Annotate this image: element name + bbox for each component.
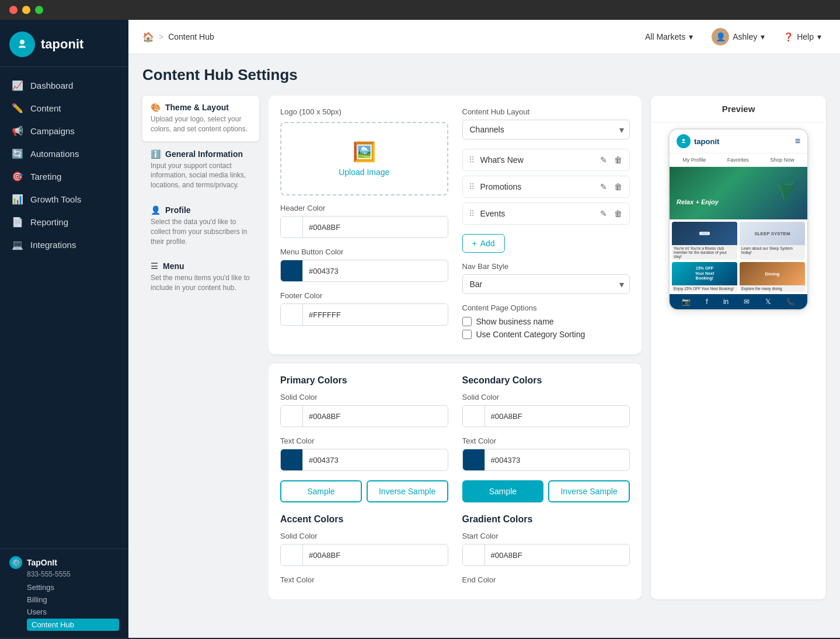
- help-button[interactable]: ❓ Help ▾: [779, 30, 826, 44]
- upload-dropzone[interactable]: 🖼️ Upload Image: [280, 122, 448, 195]
- section-theme-layout[interactable]: 🎨 Theme & Layout Upload your logo, selec…: [142, 96, 259, 141]
- secondary-solid-swatch[interactable]: [463, 406, 485, 427]
- market-selector[interactable]: All Markets ▾: [640, 30, 698, 44]
- secondary-inverse-sample-button[interactable]: Inverse Sample: [548, 480, 630, 502]
- phone-nav: My Profile Favorites Shop Now: [670, 153, 807, 167]
- show-business-name-checkbox[interactable]: [462, 317, 472, 326]
- accent-solid-text[interactable]: [303, 546, 448, 564]
- drag-handle-icon[interactable]: ⠿: [469, 209, 475, 218]
- menu-button-color-swatch[interactable]: [281, 260, 303, 281]
- sidebar: taponit 📈 Dashboard ✏️ Content 📢 Campaig…: [0, 20, 128, 638]
- accent-solid-swatch[interactable]: [281, 544, 303, 565]
- dashboard-icon: 📈: [12, 80, 23, 91]
- channel-edit-button-promotions[interactable]: ✎: [599, 181, 608, 193]
- preview-panel: Preview taponit: [651, 96, 826, 599]
- footer-color-text[interactable]: [303, 306, 448, 324]
- section-title-profile: 👤 Profile: [151, 205, 251, 215]
- sidebar-item-content[interactable]: ✏️ Content: [0, 97, 128, 120]
- sidebar-item-growth-tools[interactable]: 📊 Growth Tools: [0, 188, 128, 211]
- header-color-text[interactable]: [303, 218, 448, 236]
- footer-color-swatch[interactable]: [281, 304, 303, 325]
- user-menu[interactable]: 👤 Ashley ▾: [707, 26, 769, 48]
- upload-icon: 🖼️: [353, 141, 376, 163]
- phone-content-item-booking: 15% OFFYour NextBooking! Enjoy 15% OFF Y…: [672, 262, 737, 292]
- primary-sample-button[interactable]: Sample: [280, 480, 362, 502]
- layout-select-wrapper: Channels Grid List ▾: [462, 120, 630, 139]
- company-phone: 833-555-5555: [9, 570, 119, 578]
- primary-colors-section: Primary Colors Solid Color Text C: [280, 375, 448, 502]
- secondary-solid-text[interactable]: [485, 407, 630, 425]
- primary-text-value[interactable]: [303, 451, 448, 469]
- channel-edit-button-events[interactable]: ✎: [599, 208, 608, 219]
- gradient-start-swatch[interactable]: [463, 544, 485, 565]
- company-name-text: TapOnIt: [27, 558, 57, 567]
- sidebar-item-automations[interactable]: 🔄 Automations: [0, 142, 128, 165]
- maximize-dot[interactable]: [35, 6, 43, 14]
- channel-delete-button-events[interactable]: 🗑: [613, 208, 623, 219]
- channel-delete-button-promotions[interactable]: 🗑: [613, 181, 623, 193]
- gradient-colors-section: Gradient Colors Start Color End C: [462, 514, 630, 588]
- content-hub-layout-label: Content Hub Layout: [462, 107, 630, 116]
- logo-section: Logo (100 x 50px) 🖼️ Upload Image Header…: [280, 107, 630, 343]
- channel-list: ⠿ What's New ✎ 🗑: [462, 149, 630, 225]
- section-profile[interactable]: 👤 Profile Select the data you'd like to …: [142, 198, 259, 253]
- drag-handle-icon[interactable]: ⠿: [469, 155, 475, 165]
- nav-bar-style-select[interactable]: Bar Tab None: [462, 274, 630, 294]
- company-link-content-hub[interactable]: Content Hub: [27, 619, 119, 631]
- channel-edit-button-whats-new[interactable]: ✎: [599, 154, 608, 166]
- menu-icon: ☰: [151, 261, 158, 271]
- section-general-info[interactable]: ℹ️ General Information Input your suppor…: [142, 142, 259, 197]
- company-link-billing[interactable]: Billing: [27, 594, 119, 605]
- sidebar-item-integrations[interactable]: 💻 Integrations: [0, 233, 128, 256]
- company-link-settings[interactable]: Settings: [27, 582, 119, 593]
- content-category-checkbox[interactable]: [462, 330, 472, 339]
- primary-text-swatch[interactable]: [281, 449, 303, 470]
- automations-icon: 🔄: [12, 148, 23, 159]
- secondary-text-label: Text Color: [462, 437, 630, 445]
- menu-button-color-text[interactable]: [303, 262, 448, 280]
- gradient-start-text[interactable]: [485, 546, 630, 564]
- channel-delete-button-whats-new[interactable]: 🗑: [613, 154, 623, 166]
- accent-colors-section: Accent Colors Solid Color Text Co: [280, 514, 448, 588]
- phone-content-label-fitness: You're in! You're a fitness club member …: [672, 245, 737, 260]
- home-icon[interactable]: 🏠: [142, 32, 154, 43]
- header-color-swatch[interactable]: [281, 217, 303, 238]
- minimize-dot[interactable]: [22, 6, 30, 14]
- add-channel-button[interactable]: + Add: [462, 234, 505, 253]
- secondary-sample-button[interactable]: Sample: [462, 480, 544, 502]
- drag-handle-icon[interactable]: ⠿: [469, 182, 475, 191]
- accent-solid-input-row: [280, 544, 448, 566]
- primary-text-label: Text Color: [280, 437, 448, 445]
- phone-hero-bg: [670, 167, 807, 219]
- sidebar-item-reporting[interactable]: 📄 Reporting: [0, 211, 128, 233]
- middle-panel: Logo (100 x 50px) 🖼️ Upload Image Header…: [269, 96, 642, 599]
- primary-solid-swatch[interactable]: [281, 406, 303, 427]
- primary-inverse-sample-button[interactable]: Inverse Sample: [367, 480, 448, 502]
- close-dot[interactable]: [9, 6, 18, 14]
- primary-sample-buttons: Sample Inverse Sample: [280, 480, 448, 502]
- avatar: 👤: [712, 28, 729, 46]
- company-gear-icon: ⚙️: [9, 556, 22, 569]
- channel-label-whats-new: What's New: [480, 155, 524, 165]
- primary-solid-label: Solid Color: [280, 393, 448, 401]
- page-body: Content Hub Settings 🎨 Theme & Layout Up…: [128, 54, 840, 638]
- secondary-text-swatch[interactable]: [463, 449, 485, 470]
- company-link-users[interactable]: Users: [27, 606, 119, 617]
- sidebar-item-label: Automations: [30, 149, 79, 159]
- section-menu[interactable]: ☰ Menu Set the menu items you'd like to …: [142, 254, 259, 300]
- reporting-icon: 📄: [12, 217, 23, 228]
- channel-label-promotions: Promotions: [480, 182, 522, 191]
- sidebar-item-targeting[interactable]: 🎯 Tareting: [0, 165, 128, 188]
- sidebar-item-label: Tareting: [30, 172, 61, 181]
- secondary-text-value[interactable]: [485, 451, 630, 469]
- phone-logo-icon: [677, 134, 691, 148]
- primary-solid-text[interactable]: [303, 407, 448, 425]
- nav-bar-section: Nav Bar Style Bar Tab None ▾: [462, 262, 630, 294]
- sidebar-item-campaigns[interactable]: 📢 Campaigns: [0, 120, 128, 142]
- accent-colors-title: Accent Colors: [280, 514, 448, 525]
- layout-select[interactable]: Channels Grid List: [462, 120, 630, 139]
- section-title-menu: ☰ Menu: [151, 261, 251, 271]
- sidebar-item-dashboard[interactable]: 📈 Dashboard: [0, 74, 128, 97]
- phone-content-grid: You're in! You're a fitness club member …: [670, 219, 807, 294]
- sidebar-item-label: Dashboard: [30, 81, 73, 90]
